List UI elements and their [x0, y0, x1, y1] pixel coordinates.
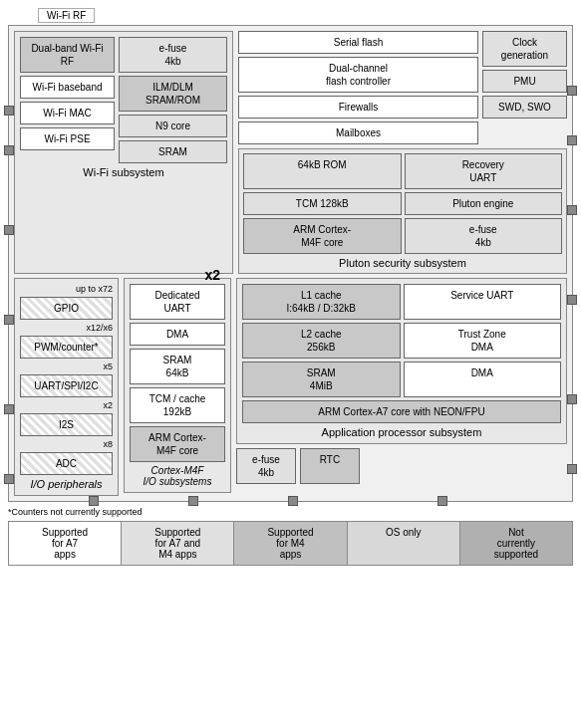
pluton-label: Pluton security subsystem	[243, 254, 562, 269]
arm-cortex-m4-box: ARM Cortex-M4F core	[243, 218, 402, 254]
connector-left-1	[4, 106, 14, 116]
x2-label: x2	[204, 267, 220, 283]
connector-left-5	[4, 404, 14, 414]
sram-box: SRAM	[119, 140, 227, 163]
wifi-pse-box: Wi-Fi PSE	[20, 127, 115, 150]
top-right-left-col: Serial flash Dual-channelflash controlle…	[238, 31, 478, 144]
tcm-128kb-box: TCM 128kB	[243, 192, 402, 215]
pwm-count-label: x12/x6	[20, 323, 113, 333]
pluton-grid: 64kB ROM RecoveryUART TCM 128kB Pluton e…	[243, 153, 562, 254]
trustzone-dma-box: Trust ZoneDMA	[404, 323, 562, 359]
connector-bottom-4	[437, 496, 447, 506]
wifi-subsystem: Dual-band Wi-Fi RF Wi-Fi baseband Wi-Fi …	[14, 31, 233, 274]
outer-container: Dual-band Wi-Fi RF Wi-Fi baseband Wi-Fi …	[8, 25, 573, 502]
sram-4mib-box: SRAM4MiB	[242, 362, 401, 397]
app-dma-box: DMA	[404, 362, 562, 397]
connector-right-3	[567, 205, 577, 215]
efuse-app-box: e-fuse4kb	[236, 448, 296, 484]
cortex-m4f-subsystem: x2 DedicatedUART DMA SRAM64kB TCM / cach…	[124, 278, 231, 493]
bottom-row: up to x72 GPIO x12/x6 PWM/counter* x5 UA…	[14, 278, 567, 496]
connector-left-2	[4, 145, 14, 155]
connector-bottom-1	[89, 496, 99, 506]
dual-band-wifi-box: Dual-band Wi-Fi RF	[20, 37, 115, 73]
top-right-row: Serial flash Dual-channelflash controlle…	[238, 31, 567, 144]
l2-cache-box: L2 cache256kB	[242, 323, 401, 359]
recovery-uart-box: RecoveryUART	[405, 153, 563, 189]
ilm-dlm-box: ILM/DLMSRAM/ROM	[119, 76, 227, 112]
connector-left-4	[4, 315, 14, 325]
wifi-baseband-box: Wi-Fi baseband	[20, 76, 115, 99]
legend-ns: Notcurrentlysupported	[460, 522, 572, 565]
pmu-box: PMU	[482, 70, 567, 93]
rtc-box: RTC	[300, 448, 360, 484]
connector-right-2	[567, 135, 577, 145]
app-processor-label: Application processor subsystem	[242, 423, 561, 438]
sram-64kb-box: SRAM64kB	[130, 349, 225, 384]
wifi-right-col: e-fuse4kb ILM/DLMSRAM/ROM N9 core SRAM	[119, 37, 227, 163]
legend-a7: Supportedfor A7apps	[9, 522, 122, 565]
wifi-mac-box: Wi-Fi MAC	[20, 102, 115, 124]
mailboxes-box: Mailboxes	[238, 121, 478, 144]
right-area: Serial flash Dual-channelflash controlle…	[238, 31, 567, 274]
connector-bottom-2	[188, 496, 198, 506]
adc-x8-label: x8	[20, 439, 113, 449]
connector-right-1	[567, 86, 577, 96]
connector-left-6	[4, 474, 14, 484]
cortex-arm-box: ARM Cortex-M4F core	[130, 426, 225, 462]
i2s-box: I2S	[20, 413, 113, 436]
efuse-box: e-fuse4kb	[119, 37, 227, 73]
connector-right-6	[567, 464, 577, 474]
n9-core-box: N9 core	[119, 115, 227, 137]
connector-right-5	[567, 394, 577, 404]
adc-box: ADC	[20, 452, 113, 475]
pluton-engine-box: Pluton engine	[405, 192, 563, 215]
tcm-cache-box: TCM / cache192kB	[130, 387, 225, 423]
wifi-inner: Dual-band Wi-Fi RF Wi-Fi baseband Wi-Fi …	[20, 37, 227, 163]
cortex-label: Cortex-M4FI/O subsystems	[130, 462, 225, 487]
main-container: Wi-Fi RF Dual-band Wi-Fi RF Wi-Fi baseba	[0, 0, 581, 574]
service-uart-box: Service UART	[404, 284, 562, 320]
rom-64kb-box: 64kB ROM	[243, 153, 402, 189]
pwm-box: PWM/counter*	[20, 336, 113, 359]
uart-x5-label: x5	[20, 362, 113, 371]
legend: Supportedfor A7apps Supportedfor A7 andM…	[8, 521, 573, 566]
efuse-pluton-box: e-fuse4kb	[405, 218, 563, 254]
firewalls-box: Firewalls	[238, 96, 478, 119]
app-processor-area: L1 cacheI:64kB / D:32kB Service UART L2 …	[236, 278, 567, 484]
connector-bottom-3	[288, 496, 298, 506]
app-grid: L1 cacheI:64kB / D:32kB Service UART L2 …	[242, 284, 561, 397]
dual-channel-box: Dual-channelflash controller	[238, 57, 478, 93]
i2s-x2-label: x2	[20, 400, 113, 410]
uart-box: UART/SPI/I2C	[20, 374, 113, 397]
cortex-inner: DedicatedUART DMA SRAM64kB TCM / cache19…	[130, 284, 225, 462]
l1-cache-box: L1 cacheI:64kB / D:32kB	[242, 284, 401, 320]
wifi-rf-label: Wi-Fi RF	[38, 8, 95, 23]
note: *Counters not currently supported	[8, 507, 573, 517]
io-peripherals-subsystem: up to x72 GPIO x12/x6 PWM/counter* x5 UA…	[14, 278, 119, 496]
top-right-right-col: Clockgeneration PMU SWD, SWO	[482, 31, 567, 144]
legend-a7m4: Supportedfor A7 andM4 apps	[122, 522, 234, 565]
gpio-up-label: up to x72	[20, 284, 113, 294]
clock-gen-box: Clockgeneration	[482, 31, 567, 67]
cortex-dma-box: DMA	[130, 323, 225, 346]
gpio-box: GPIO	[20, 297, 113, 320]
arm-cortex-a7-box: ARM Cortex-A7 core with NEON/FPU	[242, 400, 561, 423]
dedicated-uart-box: DedicatedUART	[130, 284, 225, 320]
efuse-rtc-row: e-fuse4kb RTC	[236, 448, 567, 484]
wifi-subsystem-label: Wi-Fi subsystem	[20, 163, 227, 178]
legend-os: OS only	[348, 522, 460, 565]
swd-swo-box: SWD, SWO	[482, 96, 567, 119]
serial-flash-box: Serial flash	[238, 31, 478, 54]
app-processor-subsystem: L1 cacheI:64kB / D:32kB Service UART L2 …	[236, 278, 567, 444]
connector-right-4	[567, 295, 577, 305]
wifi-left-col: Dual-band Wi-Fi RF Wi-Fi baseband Wi-Fi …	[20, 37, 115, 163]
connector-left-3	[4, 225, 14, 235]
legend-m4: Supportedfor M4apps	[234, 522, 347, 565]
io-inner: up to x72 GPIO x12/x6 PWM/counter* x5 UA…	[20, 284, 113, 475]
pluton-subsystem: 64kB ROM RecoveryUART TCM 128kB Pluton e…	[238, 148, 567, 274]
top-row: Dual-band Wi-Fi RF Wi-Fi baseband Wi-Fi …	[14, 31, 567, 274]
io-peripherals-label: I/O peripherals	[20, 475, 113, 490]
